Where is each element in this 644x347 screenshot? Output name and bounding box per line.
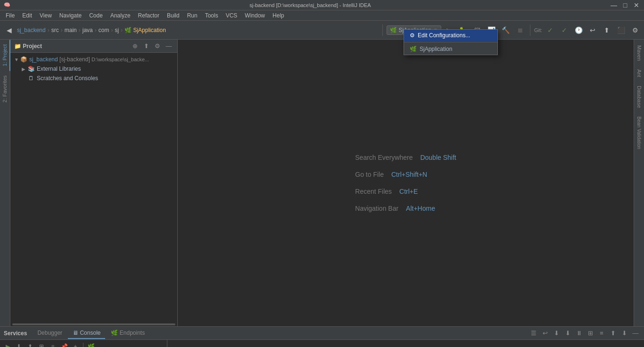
dropdown-divider xyxy=(404,42,497,42)
menu-tools[interactable]: Tools xyxy=(201,11,222,20)
git-label: Git: xyxy=(534,27,542,33)
services-toolbar: ▶ ⬇ ⬆ ⊞ ≡ 📌 + 🌿 xyxy=(0,340,167,347)
right-tab-maven[interactable]: Maven xyxy=(635,41,644,65)
scrollbar-indicator[interactable] xyxy=(12,323,175,325)
toolbar: ◀ sj_backend › src › main › java › com ›… xyxy=(0,21,644,40)
services-filter-icon[interactable]: ≡ xyxy=(48,342,58,347)
close-bottom-icon[interactable]: — xyxy=(631,329,640,338)
settings-button[interactable]: ⚙ xyxy=(629,24,641,36)
menu-build[interactable]: Build xyxy=(163,11,183,20)
project-panel: 📁 Project ⊕ ⬆ ⚙ — ▼ 📦 sj_backend [sj-bac… xyxy=(10,40,178,326)
project-panel-title: 📁 Project xyxy=(14,43,128,50)
menu-edit[interactable]: Edit xyxy=(18,11,36,20)
console-soft-wrap-icon[interactable]: ↩ xyxy=(540,329,550,338)
menu-analyze[interactable]: Analyze xyxy=(107,11,134,20)
right-tab-bean-validation[interactable]: Bean Validation xyxy=(635,113,643,153)
tree-external-libs[interactable]: ▶ 📚 External Libraries xyxy=(10,64,177,74)
module-icon: 📦 xyxy=(20,56,27,63)
close-panel-icon[interactable]: — xyxy=(164,41,173,51)
breadcrumb-root[interactable]: sj_backend xyxy=(17,27,46,33)
shortcut-navbar: Navigation Bar Alt+Home xyxy=(355,205,456,212)
services-run-icon[interactable]: ▶ xyxy=(3,342,12,347)
library-icon: 📚 xyxy=(27,65,35,73)
console-grid-icon[interactable]: ⊞ xyxy=(586,329,595,338)
menu-vcs[interactable]: VCS xyxy=(222,11,241,20)
layout-button[interactable]: ⬛ xyxy=(615,24,627,36)
shortcut-file-label: Go to File xyxy=(355,171,384,178)
menu-file[interactable]: File xyxy=(2,11,18,20)
tree-libs-arrow: ▶ xyxy=(22,66,27,72)
tree-scratches[interactable]: ▶ 🗒 Scratches and Consoles xyxy=(10,74,177,83)
right-tab-ant[interactable]: Ant xyxy=(635,66,644,81)
tree-root[interactable]: ▼ 📦 sj_backend [sj-backend] D:\workspace… xyxy=(10,55,177,64)
spring-icon: 🌿 xyxy=(410,46,417,52)
menu-refactor[interactable]: Refactor xyxy=(134,11,163,20)
breadcrumb-src[interactable]: src xyxy=(51,27,59,33)
services-group-icon[interactable]: ⊞ xyxy=(37,342,46,347)
scratches-icon: 🗒 xyxy=(27,74,35,82)
close-button[interactable]: ✕ xyxy=(633,1,640,9)
menu-window[interactable]: Window xyxy=(241,11,269,20)
console-close-icon[interactable]: ⬇ xyxy=(619,329,629,338)
console-restore-icon[interactable]: ⬆ xyxy=(608,329,618,338)
main-layout: 1: Project 2: Favorites 📁 Project ⊕ ⬆ ⚙ … xyxy=(0,40,644,326)
console-scroll-end-icon[interactable]: ⬇ xyxy=(552,329,561,338)
menu-view[interactable]: View xyxy=(36,11,56,20)
menu-code[interactable]: Code xyxy=(85,11,107,20)
stop-button: ⏹ xyxy=(514,24,526,36)
git-check2-button[interactable]: ✓ xyxy=(558,24,570,36)
tab-debugger[interactable]: Debugger xyxy=(33,328,67,339)
shortcut-recent: Recent Files Ctrl+E xyxy=(355,188,456,195)
breadcrumb-com[interactable]: com xyxy=(99,27,109,33)
bottom-panel: Services Debugger 🖥 Console 🌿 Endpoints … xyxy=(0,326,644,347)
project-tree: ▼ 📦 sj_backend [sj-backend] D:\workspace… xyxy=(10,53,177,322)
console-scroll-end2-icon[interactable]: ⬇ xyxy=(563,329,572,338)
window-controls[interactable]: — □ ✕ xyxy=(610,1,640,9)
breadcrumb: sj_backend › src › main › java › com › s… xyxy=(17,27,379,33)
tab-endpoints[interactable]: 🌿 Endpoints xyxy=(106,328,149,339)
services-panel: ▶ ⬇ ⬆ ⊞ ≡ 📌 + 🌿 ▼ 🌿 Spring Boot ▼ ✓ Fini… xyxy=(0,340,167,347)
right-tab-database[interactable]: Database xyxy=(635,82,644,112)
shortcut-search-label: Search Everywhere xyxy=(355,154,413,161)
menu-run[interactable]: Run xyxy=(183,11,201,20)
toolbar-separator-1 xyxy=(382,25,383,36)
minimize-button[interactable]: — xyxy=(610,1,618,9)
menu-help[interactable]: Help xyxy=(269,11,288,20)
options-icon[interactable]: ⚙ xyxy=(153,41,162,51)
console-filter-icon[interactable]: ☰ xyxy=(529,329,538,338)
console-tree-icon[interactable]: ≡ xyxy=(597,329,606,338)
tree-libs-label: External Libraries xyxy=(37,66,81,72)
console-pause-icon[interactable]: ⏸ xyxy=(574,329,584,338)
maximize-button[interactable]: □ xyxy=(621,1,629,9)
shortcut-search-key: Double Shift xyxy=(420,154,456,161)
breadcrumb-java[interactable]: java xyxy=(83,27,93,33)
shortcut-file-key: Ctrl+Shift+N xyxy=(391,171,427,178)
back-button[interactable]: ◀ xyxy=(3,24,15,36)
right-sidebar-tabs: Maven Ant Database Bean Validation xyxy=(634,40,644,326)
app-logo: 🧠 xyxy=(4,2,10,8)
push-button[interactable]: ⬆ xyxy=(601,24,613,36)
collapse-icon[interactable]: ⬆ xyxy=(141,41,151,51)
dropdown-sjapplication[interactable]: 🌿 SjApplication xyxy=(404,43,497,55)
breadcrumb-sjapp[interactable]: 🌿 SjApplication xyxy=(124,27,166,33)
sidebar-tab-project[interactable]: 1: Project xyxy=(0,40,10,71)
services-pin-icon[interactable]: 📌 xyxy=(59,342,69,347)
bottom-panel-header: Services Debugger 🖥 Console 🌿 Endpoints … xyxy=(0,327,644,340)
editor-shortcuts: Search Everywhere Double Shift Go to Fil… xyxy=(355,154,456,212)
sidebar-tab-persistence[interactable]: 2: Favorites xyxy=(0,71,10,107)
menu-navigate[interactable]: Navigate xyxy=(56,11,85,20)
git-check-button[interactable]: ✓ xyxy=(544,24,556,36)
locate-icon[interactable]: ⊕ xyxy=(130,41,140,51)
services-collapse-icon[interactable]: ⬆ xyxy=(25,342,35,347)
build-button[interactable]: 🔨 xyxy=(500,24,512,36)
git-history-button[interactable]: 🕐 xyxy=(572,24,585,36)
tab-console[interactable]: 🖥 Console xyxy=(68,328,105,339)
breadcrumb-main[interactable]: main xyxy=(65,27,77,33)
services-add-icon[interactable]: + xyxy=(71,342,80,347)
git-rollback-button[interactable]: ↩ xyxy=(586,24,599,36)
editor-area: Search Everywhere Double Shift Go to Fil… xyxy=(178,40,634,326)
services-expand-icon[interactable]: ⬇ xyxy=(14,342,24,347)
bottom-panel-tabs: Debugger 🖥 Console 🌿 Endpoints xyxy=(33,328,527,339)
dropdown-edit-config[interactable]: ⚙ Edit Configurations... xyxy=(404,30,497,41)
breadcrumb-sj[interactable]: sj xyxy=(115,27,119,33)
